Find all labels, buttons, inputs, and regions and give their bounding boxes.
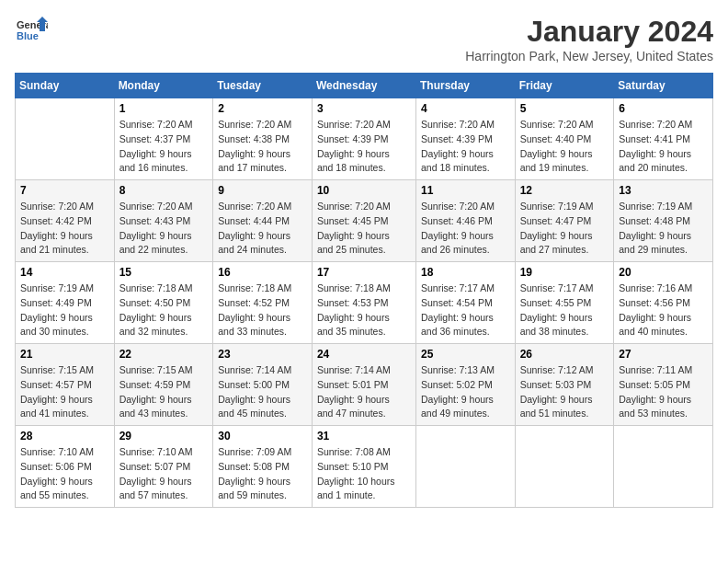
calendar-day-1-0: 7Sunrise: 7:20 AM Sunset: 4:42 PM Daylig… bbox=[16, 180, 115, 262]
day-info: Sunrise: 7:20 AM Sunset: 4:43 PM Dayligh… bbox=[119, 200, 209, 258]
day-info: Sunrise: 7:20 AM Sunset: 4:42 PM Dayligh… bbox=[20, 200, 109, 258]
day-number: 5 bbox=[520, 102, 609, 115]
day-number: 13 bbox=[619, 184, 708, 197]
calendar-day-2-3: 17Sunrise: 7:18 AM Sunset: 4:53 PM Dayli… bbox=[312, 262, 415, 344]
day-number: 19 bbox=[520, 266, 609, 279]
day-info: Sunrise: 7:18 AM Sunset: 4:53 PM Dayligh… bbox=[317, 282, 411, 339]
calendar-day-1-2: 9Sunrise: 7:20 AM Sunset: 4:44 PM Daylig… bbox=[213, 180, 313, 262]
day-info: Sunrise: 7:17 AM Sunset: 4:54 PM Dayligh… bbox=[421, 282, 510, 339]
weekday-header-sunday: Sunday bbox=[16, 74, 115, 98]
calendar-day-4-4 bbox=[416, 426, 516, 508]
day-number: 14 bbox=[20, 266, 109, 279]
calendar-title: January 2024 bbox=[465, 15, 713, 49]
calendar-day-4-6 bbox=[614, 426, 713, 508]
weekday-header-wednesday: Wednesday bbox=[312, 74, 415, 98]
day-number: 24 bbox=[317, 348, 411, 361]
day-number: 10 bbox=[317, 184, 411, 197]
calendar-day-0-4: 4Sunrise: 7:20 AM Sunset: 4:39 PM Daylig… bbox=[416, 98, 516, 180]
weekday-header-thursday: Thursday bbox=[416, 74, 516, 98]
day-number: 15 bbox=[119, 266, 209, 279]
day-number: 18 bbox=[421, 266, 510, 279]
calendar-day-1-1: 8Sunrise: 7:20 AM Sunset: 4:43 PM Daylig… bbox=[114, 180, 213, 262]
calendar-day-0-5: 5Sunrise: 7:20 AM Sunset: 4:40 PM Daylig… bbox=[515, 98, 614, 180]
calendar-day-0-2: 2Sunrise: 7:20 AM Sunset: 4:38 PM Daylig… bbox=[213, 98, 313, 180]
day-number: 28 bbox=[20, 430, 109, 442]
weekday-header-friday: Friday bbox=[515, 74, 614, 98]
day-number: 2 bbox=[218, 102, 307, 115]
calendar-week-3: 21Sunrise: 7:15 AM Sunset: 4:57 PM Dayli… bbox=[16, 344, 713, 426]
day-info: Sunrise: 7:20 AM Sunset: 4:46 PM Dayligh… bbox=[421, 200, 510, 258]
day-number: 27 bbox=[619, 348, 708, 361]
calendar-day-2-0: 14Sunrise: 7:19 AM Sunset: 4:49 PM Dayli… bbox=[16, 262, 115, 344]
calendar-body: 1Sunrise: 7:20 AM Sunset: 4:37 PM Daylig… bbox=[16, 98, 713, 508]
day-number: 4 bbox=[421, 102, 510, 115]
day-number: 16 bbox=[218, 266, 307, 279]
day-number: 26 bbox=[520, 348, 609, 361]
day-number: 25 bbox=[421, 348, 510, 361]
calendar-day-4-2: 30Sunrise: 7:09 AM Sunset: 5:08 PM Dayli… bbox=[213, 426, 313, 508]
svg-text:Blue: Blue bbox=[17, 30, 39, 41]
calendar-day-2-5: 19Sunrise: 7:17 AM Sunset: 4:55 PM Dayli… bbox=[515, 262, 614, 344]
day-info: Sunrise: 7:14 AM Sunset: 5:01 PM Dayligh… bbox=[317, 363, 411, 421]
calendar-day-2-1: 15Sunrise: 7:18 AM Sunset: 4:50 PM Dayli… bbox=[114, 262, 213, 344]
calendar-day-4-3: 31Sunrise: 7:08 AM Sunset: 5:10 PM Dayli… bbox=[312, 426, 415, 508]
calendar-day-0-3: 3Sunrise: 7:20 AM Sunset: 4:39 PM Daylig… bbox=[312, 98, 415, 180]
calendar-subtitle: Harrington Park, New Jersey, United Stat… bbox=[465, 49, 713, 63]
calendar-day-2-2: 16Sunrise: 7:18 AM Sunset: 4:52 PM Dayli… bbox=[213, 262, 313, 344]
weekday-header-tuesday: Tuesday bbox=[213, 74, 313, 98]
day-info: Sunrise: 7:15 AM Sunset: 4:57 PM Dayligh… bbox=[20, 363, 109, 421]
day-number: 3 bbox=[317, 102, 411, 115]
day-number: 9 bbox=[218, 184, 307, 197]
day-number: 6 bbox=[619, 102, 708, 115]
day-info: Sunrise: 7:20 AM Sunset: 4:39 PM Dayligh… bbox=[317, 118, 411, 176]
day-info: Sunrise: 7:10 AM Sunset: 5:06 PM Dayligh… bbox=[20, 445, 109, 503]
calendar-day-0-0 bbox=[16, 98, 115, 180]
calendar-day-3-2: 23Sunrise: 7:14 AM Sunset: 5:00 PM Dayli… bbox=[213, 344, 313, 426]
day-number: 20 bbox=[619, 266, 708, 279]
day-info: Sunrise: 7:20 AM Sunset: 4:44 PM Dayligh… bbox=[218, 200, 307, 258]
calendar-day-4-0: 28Sunrise: 7:10 AM Sunset: 5:06 PM Dayli… bbox=[16, 426, 115, 508]
day-number: 30 bbox=[218, 430, 307, 442]
day-info: Sunrise: 7:11 AM Sunset: 5:05 PM Dayligh… bbox=[619, 363, 708, 421]
day-info: Sunrise: 7:16 AM Sunset: 4:56 PM Dayligh… bbox=[619, 282, 708, 339]
day-number: 23 bbox=[218, 348, 307, 361]
calendar-day-1-3: 10Sunrise: 7:20 AM Sunset: 4:45 PM Dayli… bbox=[312, 180, 415, 262]
calendar-day-3-4: 25Sunrise: 7:13 AM Sunset: 5:02 PM Dayli… bbox=[416, 344, 516, 426]
weekday-header-saturday: Saturday bbox=[614, 74, 713, 98]
day-number: 31 bbox=[317, 430, 411, 442]
calendar-header-row: SundayMondayTuesdayWednesdayThursdayFrid… bbox=[16, 74, 713, 98]
calendar-table: SundayMondayTuesdayWednesdayThursdayFrid… bbox=[15, 73, 713, 508]
day-info: Sunrise: 7:14 AM Sunset: 5:00 PM Dayligh… bbox=[218, 363, 307, 421]
header: General Blue January 2024 Harrington Par… bbox=[15, 15, 713, 63]
day-info: Sunrise: 7:18 AM Sunset: 4:52 PM Dayligh… bbox=[218, 282, 307, 339]
day-info: Sunrise: 7:15 AM Sunset: 4:59 PM Dayligh… bbox=[119, 363, 209, 421]
day-number: 7 bbox=[20, 184, 109, 197]
day-info: Sunrise: 7:10 AM Sunset: 5:07 PM Dayligh… bbox=[119, 445, 209, 503]
logo: General Blue bbox=[15, 15, 48, 48]
calendar-week-4: 28Sunrise: 7:10 AM Sunset: 5:06 PM Dayli… bbox=[16, 426, 713, 508]
calendar-week-2: 14Sunrise: 7:19 AM Sunset: 4:49 PM Dayli… bbox=[16, 262, 713, 344]
calendar-day-4-1: 29Sunrise: 7:10 AM Sunset: 5:07 PM Dayli… bbox=[114, 426, 213, 508]
day-info: Sunrise: 7:17 AM Sunset: 4:55 PM Dayligh… bbox=[520, 282, 609, 339]
day-number: 8 bbox=[119, 184, 209, 197]
day-number: 29 bbox=[119, 430, 209, 442]
title-area: January 2024 Harrington Park, New Jersey… bbox=[465, 15, 713, 63]
day-number: 22 bbox=[119, 348, 209, 361]
calendar-week-1: 7Sunrise: 7:20 AM Sunset: 4:42 PM Daylig… bbox=[16, 180, 713, 262]
day-info: Sunrise: 7:09 AM Sunset: 5:08 PM Dayligh… bbox=[218, 445, 307, 503]
calendar-day-1-4: 11Sunrise: 7:20 AM Sunset: 4:46 PM Dayli… bbox=[416, 180, 516, 262]
day-info: Sunrise: 7:20 AM Sunset: 4:37 PM Dayligh… bbox=[119, 118, 209, 176]
day-info: Sunrise: 7:20 AM Sunset: 4:38 PM Dayligh… bbox=[218, 118, 307, 176]
calendar-day-1-6: 13Sunrise: 7:19 AM Sunset: 4:48 PM Dayli… bbox=[614, 180, 713, 262]
calendar-day-3-3: 24Sunrise: 7:14 AM Sunset: 5:01 PM Dayli… bbox=[312, 344, 415, 426]
day-info: Sunrise: 7:18 AM Sunset: 4:50 PM Dayligh… bbox=[119, 282, 209, 339]
day-number: 12 bbox=[520, 184, 609, 197]
calendar-day-3-6: 27Sunrise: 7:11 AM Sunset: 5:05 PM Dayli… bbox=[614, 344, 713, 426]
day-info: Sunrise: 7:20 AM Sunset: 4:39 PM Dayligh… bbox=[421, 118, 510, 176]
day-info: Sunrise: 7:19 AM Sunset: 4:48 PM Dayligh… bbox=[619, 200, 708, 258]
day-info: Sunrise: 7:20 AM Sunset: 4:41 PM Dayligh… bbox=[619, 118, 708, 176]
calendar-day-1-5: 12Sunrise: 7:19 AM Sunset: 4:47 PM Dayli… bbox=[515, 180, 614, 262]
calendar-day-0-1: 1Sunrise: 7:20 AM Sunset: 4:37 PM Daylig… bbox=[114, 98, 213, 180]
calendar-day-0-6: 6Sunrise: 7:20 AM Sunset: 4:41 PM Daylig… bbox=[614, 98, 713, 180]
day-number: 21 bbox=[20, 348, 109, 361]
